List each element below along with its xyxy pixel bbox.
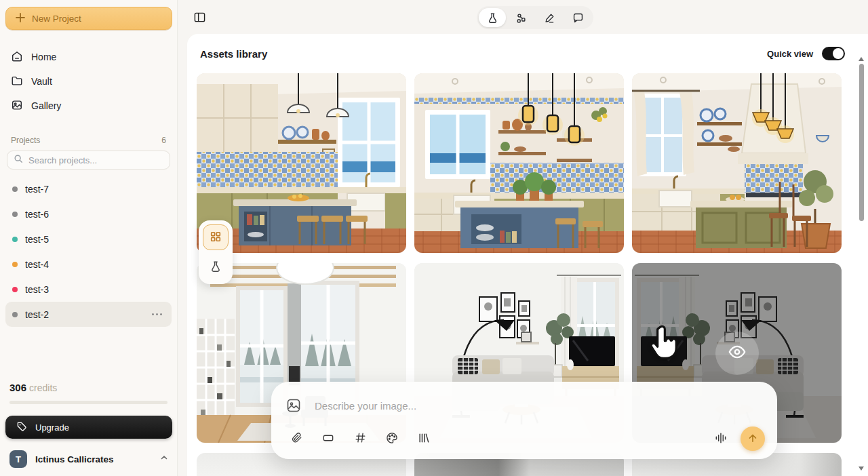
project-name: test-6	[25, 209, 49, 220]
sidebar-item-home[interactable]: Home	[5, 45, 172, 69]
plus-icon	[16, 13, 25, 24]
upgrade-label: Upgrade	[35, 422, 69, 433]
sidebar-item-label: Home	[31, 52, 56, 62]
tag-icon	[16, 421, 27, 434]
frame-icon	[321, 431, 335, 447]
folder-icon	[11, 75, 23, 89]
upgrade-button[interactable]: Upgrade	[5, 416, 172, 439]
project-item-test-3[interactable]: test-3	[5, 277, 172, 302]
sidebar-toggle-button[interactable]	[190, 7, 209, 26]
grid-view-button[interactable]	[203, 224, 229, 250]
project-more-button[interactable]	[149, 311, 165, 318]
styles-barcode-icon	[417, 431, 431, 447]
asset-image-kitchen-2	[414, 73, 624, 253]
sidebar-nav: Home Vault Gallery	[5, 45, 172, 118]
styles-button[interactable]	[411, 426, 437, 452]
project-item-test-4[interactable]: test-4	[5, 252, 172, 277]
gallery-icon	[11, 99, 23, 113]
credits-label: credits	[29, 382, 57, 393]
project-dot	[12, 186, 18, 192]
preview-button[interactable]	[715, 332, 759, 375]
aspect-ratio-button[interactable]	[315, 426, 341, 452]
topbar	[178, 0, 868, 34]
projects-header: Projects 6	[11, 136, 166, 145]
project-dot	[12, 262, 18, 267]
new-project-label: New Project	[32, 14, 81, 24]
credits-progress-bar	[9, 401, 167, 404]
avatar: T	[9, 450, 27, 468]
project-name: test-2	[25, 309, 49, 320]
paperclip-icon	[290, 431, 303, 446]
asset-image-kitchen-3	[632, 73, 842, 253]
project-name: test-5	[25, 234, 49, 245]
project-dot	[12, 237, 18, 242]
projects-label: Projects	[11, 136, 40, 145]
page-title: Assets library	[200, 48, 267, 60]
flask-icon	[210, 260, 222, 275]
mode-switcher	[477, 6, 593, 29]
scroll-up-arrow[interactable]	[859, 57, 864, 61]
project-search[interactable]	[7, 151, 170, 170]
palette-icon	[385, 431, 399, 447]
credits-section: 306credits	[9, 382, 167, 404]
projects-count: 6	[161, 136, 166, 145]
project-item-test-7[interactable]: test-7	[5, 176, 172, 201]
assets-header: Assets library Quick view	[187, 34, 868, 73]
credits-amount: 306	[9, 382, 26, 393]
project-item-test-2[interactable]: test-2	[5, 302, 172, 327]
waveform-icon	[714, 431, 728, 447]
quick-view-toggle[interactable]	[822, 47, 845, 60]
project-name: test-3	[25, 284, 49, 295]
chevron-up-icon	[159, 453, 169, 465]
sidebar-item-label: Gallery	[31, 100, 61, 111]
sidebar-item-gallery[interactable]: Gallery	[5, 94, 172, 118]
project-item-test-5[interactable]: test-5	[5, 226, 172, 252]
attachment-button[interactable]	[283, 426, 309, 452]
project-dot	[12, 287, 18, 292]
tab-chat[interactable]	[564, 8, 591, 27]
voice-input-button[interactable]	[708, 426, 734, 452]
seed-button[interactable]	[347, 426, 373, 452]
scrollbar	[856, 57, 866, 472]
user-menu[interactable]: T Ictinus Callicrates	[9, 448, 169, 471]
hash-icon	[354, 431, 367, 446]
sidebar: New Project Home Vault Gallery Projects …	[0, 0, 178, 476]
tab-edit-pencil[interactable]	[536, 8, 563, 27]
generate-view-button[interactable]	[203, 254, 229, 280]
project-dot	[12, 212, 18, 217]
project-name: test-4	[25, 259, 49, 270]
quick-view-label: Quick view	[767, 49, 813, 59]
project-name: test-7	[25, 184, 49, 195]
tab-workflow-nodes[interactable]	[507, 8, 534, 27]
scrollbar-thumb[interactable]	[859, 64, 864, 221]
view-toolbar	[199, 220, 233, 284]
project-item-test-6[interactable]: test-6	[5, 201, 172, 226]
prompt-bar	[271, 382, 777, 459]
home-icon	[11, 50, 23, 64]
asset-card-kitchen-3[interactable]	[632, 73, 842, 253]
eye-icon	[727, 342, 747, 365]
new-project-button[interactable]: New Project	[5, 7, 172, 30]
project-dot	[12, 312, 18, 317]
main-area: Assets library Quick view	[178, 0, 868, 476]
project-list: test-7 test-6 test-5 test-4 test-3 test-…	[5, 176, 172, 327]
asset-card-kitchen-2[interactable]	[414, 73, 624, 253]
tab-generate-flask[interactable]	[479, 8, 506, 27]
arrow-up-icon	[747, 432, 759, 446]
sidebar-item-label: Vault	[31, 76, 52, 87]
scroll-down-arrow[interactable]	[859, 467, 864, 471]
submit-button[interactable]	[741, 427, 765, 451]
grid-icon	[210, 231, 222, 245]
prompt-input[interactable]	[315, 400, 765, 412]
search-input[interactable]	[28, 155, 163, 165]
image-mode-icon	[283, 395, 304, 416]
user-name: Ictinus Callicrates	[35, 454, 151, 464]
palette-button[interactable]	[379, 426, 405, 452]
search-icon	[14, 154, 23, 166]
sidebar-item-vault[interactable]: Vault	[5, 69, 172, 94]
